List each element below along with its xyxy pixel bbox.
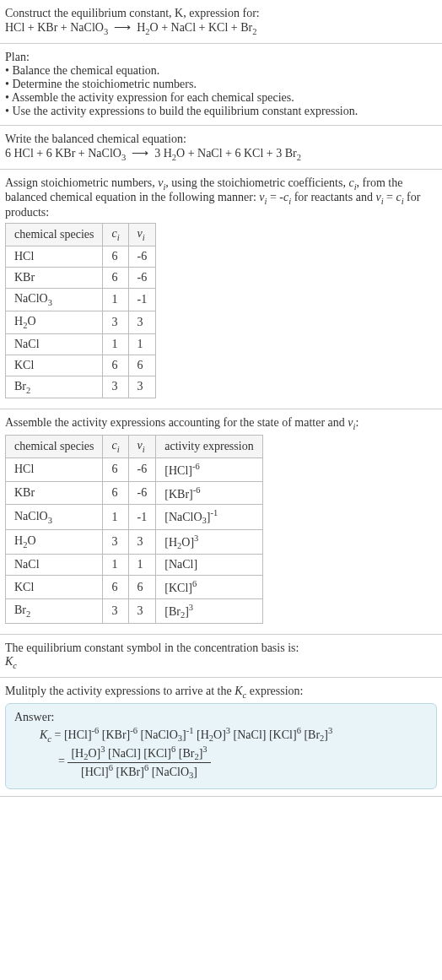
t1-h1: chemical species [6,224,103,246]
plan-head: Plan: [5,51,437,64]
balanced-section: Write the balanced chemical equation: 6 … [0,126,442,170]
plan-b3: • Assemble the activity expression for e… [5,91,437,105]
table-row: HCl6-6 [6,246,156,267]
answer-section: Mulitply the activity expressions to arr… [0,678,442,797]
stoich-section: Assign stoichiometric numbers, νi, using… [0,170,442,410]
intro-equation: HCl + KBr + NaClO3 ⟶ H2O + NaCl + KCl + … [5,20,437,36]
table-row: NaCl11[NaCl] [6,555,263,576]
table-row: KBr6-6[KBr]-6 [6,481,263,505]
table-row: NaCl11 [6,333,156,355]
intro-line1: Construct the equilibrium constant, K, e… [5,7,437,20]
kc-basis-text: The equilibrium constant symbol in the c… [5,642,437,655]
table-row: H2O33 [6,311,156,333]
t2-h2: ci [103,436,128,458]
t2-h3: νi [128,436,156,458]
table-row: H2O33[H2O]3 [6,529,263,554]
balanced-head: Write the balanced chemical equation: [5,133,437,146]
plan-b4: • Use the activity expressions to build … [5,105,437,118]
t2-h4: activity expression [156,436,262,458]
stoich-table: chemical species ci νi HCl6-6 KBr6-6 NaC… [5,223,156,398]
table-row: NaClO31-1 [6,288,156,311]
table-row: KBr6-6 [6,267,156,288]
answer-line2: = [H2O]3 [NaCl] [KCl]6 [Br2]3 [HCl]6 [KB… [14,744,428,780]
table-row: Br233[Br2]3 [6,598,263,623]
plan-b2: • Determine the stoichiometric numbers. [5,78,437,91]
kc-symbol: Kc [5,655,437,670]
t1-h3: νi [128,224,156,246]
multiply-text: Mulitply the activity expressions to arr… [5,685,437,700]
t2-h1: chemical species [6,436,103,458]
table-row: HCl6-6[HCl]-6 [6,458,263,481]
table-row: Br233 [6,376,156,398]
table-row: NaClO31-1[NaClO3]-1 [6,505,263,529]
balanced-equation: 6 HCl + 6 KBr + NaClO3 ⟶ 3 H2O + NaCl + … [5,146,437,162]
stoich-text: Assign stoichiometric numbers, νi, using… [5,176,437,220]
answer-head: Answer: [14,711,428,724]
plan-b1: • Balance the chemical equation. [5,64,437,78]
assemble-text: Assemble the activity expressions accoun… [5,416,437,431]
t1-h2: ci [103,224,128,246]
answer-box: Answer: Kc = [HCl]-6 [KBr]-6 [NaClO3]-1 … [5,703,437,789]
activity-table: chemical species ci νi activity expressi… [5,435,263,624]
table-row: KCl66[KCl]6 [6,576,263,599]
answer-line1: Kc = [HCl]-6 [KBr]-6 [NaClO3]-1 [H2O]3 [… [14,726,428,743]
table-row: KCl66 [6,355,156,376]
intro-section: Construct the equilibrium constant, K, e… [0,0,442,44]
plan-section: Plan: • Balance the chemical equation. •… [0,44,442,126]
activity-section: Assemble the activity expressions accoun… [0,409,442,635]
kc-basis-section: The equilibrium constant symbol in the c… [0,635,442,678]
